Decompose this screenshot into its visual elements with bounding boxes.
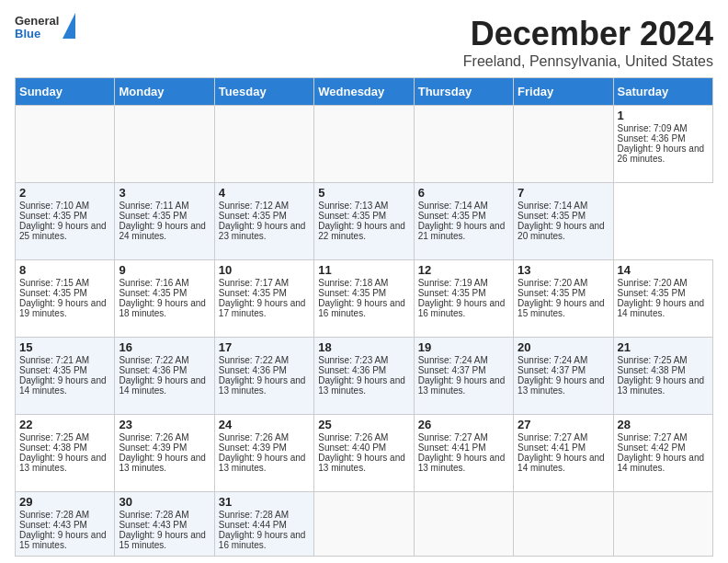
day-number: 28 [618, 418, 709, 431]
calendar-day-cell [314, 492, 414, 557]
calendar-day-cell: 23 Sunrise: 7:26 AM Sunset: 4:39 PM Dayl… [115, 415, 214, 492]
day-number: 17 [219, 340, 310, 354]
day-header-wednesday: Wednesday [314, 78, 414, 106]
daylight-text: Daylight: 9 hours and 22 minutes. [318, 221, 405, 241]
sunrise-text: Sunrise: 7:27 AM [618, 432, 688, 442]
days-header-row: SundayMondayTuesdayWednesdayThursdayFrid… [16, 78, 713, 106]
calendar-day-cell [414, 492, 513, 557]
sunset-text: Sunset: 4:35 PM [318, 288, 386, 298]
sunrise-text: Sunrise: 7:24 AM [418, 355, 488, 365]
day-number: 22 [19, 418, 110, 431]
logo-general: General [15, 15, 59, 28]
logo-blue: Blue [15, 28, 59, 40]
sunrise-text: Sunrise: 7:15 AM [19, 278, 89, 288]
day-number: 30 [119, 495, 210, 509]
daylight-text: Daylight: 9 hours and 15 minutes. [518, 298, 605, 318]
sunset-text: Sunset: 4:41 PM [518, 442, 586, 453]
daylight-text: Daylight: 9 hours and 24 minutes. [119, 221, 206, 241]
sunset-text: Sunset: 4:44 PM [219, 520, 287, 530]
calendar-day-cell: 25 Sunrise: 7:26 AM Sunset: 4:40 PM Dayl… [314, 415, 414, 492]
sunset-text: Sunset: 4:38 PM [618, 365, 686, 375]
sunrise-text: Sunrise: 7:25 AM [19, 432, 89, 442]
sunset-text: Sunset: 4:35 PM [19, 365, 87, 375]
location-subtitle: Freeland, Pennsylvania, United States [463, 53, 713, 70]
calendar-day-cell: 24 Sunrise: 7:26 AM Sunset: 4:39 PM Dayl… [214, 415, 313, 492]
sunset-text: Sunset: 4:35 PM [418, 288, 486, 298]
day-number: 19 [418, 340, 509, 354]
sunrise-text: Sunrise: 7:14 AM [518, 201, 587, 211]
day-header-tuesday: Tuesday [214, 78, 313, 106]
calendar-day-cell [613, 492, 712, 557]
calendar-day-cell: 11 Sunrise: 7:18 AM Sunset: 4:35 PM Dayl… [314, 260, 414, 338]
empty-cell [414, 106, 513, 183]
day-number: 14 [618, 263, 709, 277]
calendar-day-cell: 22 Sunrise: 7:25 AM Sunset: 4:38 PM Dayl… [16, 415, 115, 492]
calendar-week-row: 1 Sunrise: 7:09 AM Sunset: 4:36 PM Dayli… [16, 106, 713, 183]
calendar-day-cell: 31 Sunrise: 7:28 AM Sunset: 4:44 PM Dayl… [214, 492, 313, 557]
daylight-text: Daylight: 9 hours and 23 minutes. [219, 221, 306, 241]
sunset-text: Sunset: 4:39 PM [119, 442, 187, 453]
calendar-day-cell: 21 Sunrise: 7:25 AM Sunset: 4:38 PM Dayl… [613, 338, 712, 415]
calendar-day-cell: 13 Sunrise: 7:20 AM Sunset: 4:35 PM Dayl… [514, 260, 613, 338]
sunrise-text: Sunrise: 7:12 AM [219, 201, 289, 211]
month-title: December 2024 [463, 15, 713, 53]
sunset-text: Sunset: 4:43 PM [119, 520, 187, 530]
calendar-week-row: 29 Sunrise: 7:28 AM Sunset: 4:43 PM Dayl… [16, 492, 713, 557]
sunset-text: Sunset: 4:35 PM [219, 211, 287, 221]
calendar-week-row: 2 Sunrise: 7:10 AM Sunset: 4:35 PM Dayli… [16, 183, 713, 260]
daylight-text: Daylight: 9 hours and 13 minutes. [618, 375, 705, 396]
daylight-text: Daylight: 9 hours and 14 minutes. [618, 298, 705, 318]
day-number: 2 [19, 186, 110, 200]
day-number: 23 [119, 418, 210, 431]
daylight-text: Daylight: 9 hours and 13 minutes. [219, 375, 306, 396]
daylight-text: Daylight: 9 hours and 18 minutes. [119, 298, 206, 318]
calendar-day-cell: 17 Sunrise: 7:22 AM Sunset: 4:36 PM Dayl… [214, 338, 313, 415]
sunrise-text: Sunrise: 7:26 AM [219, 432, 289, 442]
day-number: 16 [119, 340, 210, 354]
day-header-saturday: Saturday [613, 78, 712, 106]
day-number: 3 [119, 186, 210, 200]
sunset-text: Sunset: 4:36 PM [219, 365, 287, 375]
sunrise-text: Sunrise: 7:21 AM [19, 355, 89, 365]
logo: General Blue [15, 15, 75, 41]
sunrise-text: Sunrise: 7:11 AM [119, 201, 188, 211]
sunrise-text: Sunrise: 7:23 AM [318, 355, 388, 365]
daylight-text: Daylight: 9 hours and 25 minutes. [19, 221, 107, 241]
calendar-day-cell: 5 Sunrise: 7:13 AM Sunset: 4:35 PM Dayli… [314, 183, 414, 260]
calendar-day-cell: 10 Sunrise: 7:17 AM Sunset: 4:35 PM Dayl… [214, 260, 313, 338]
sunset-text: Sunset: 4:36 PM [618, 133, 686, 144]
sunset-text: Sunset: 4:35 PM [618, 288, 686, 298]
day-number: 7 [518, 186, 609, 200]
day-number: 12 [418, 263, 509, 277]
calendar-day-cell: 15 Sunrise: 7:21 AM Sunset: 4:35 PM Dayl… [16, 338, 115, 415]
day-number: 10 [219, 263, 310, 277]
sunrise-text: Sunrise: 7:14 AM [418, 201, 488, 211]
calendar-day-cell: 1 Sunrise: 7:09 AM Sunset: 4:36 PM Dayli… [613, 106, 712, 183]
calendar-table: SundayMondayTuesdayWednesdayThursdayFrid… [15, 77, 713, 557]
sunset-text: Sunset: 4:36 PM [318, 365, 386, 375]
calendar-day-cell: 14 Sunrise: 7:20 AM Sunset: 4:35 PM Dayl… [613, 260, 712, 338]
daylight-text: Daylight: 9 hours and 13 minutes. [119, 453, 206, 473]
calendar-day-cell: 26 Sunrise: 7:27 AM Sunset: 4:41 PM Dayl… [414, 415, 513, 492]
sunset-text: Sunset: 4:35 PM [19, 211, 87, 221]
sunset-text: Sunset: 4:40 PM [318, 442, 386, 453]
daylight-text: Daylight: 9 hours and 13 minutes. [418, 375, 506, 396]
sunrise-text: Sunrise: 7:28 AM [219, 510, 289, 520]
day-number: 5 [318, 186, 409, 200]
empty-cell [514, 106, 613, 183]
sunset-text: Sunset: 4:35 PM [219, 288, 287, 298]
daylight-text: Daylight: 9 hours and 13 minutes. [19, 453, 107, 473]
calendar-day-cell: 2 Sunrise: 7:10 AM Sunset: 4:35 PM Dayli… [16, 183, 115, 260]
calendar-day-cell [514, 492, 613, 557]
calendar-day-cell: 16 Sunrise: 7:22 AM Sunset: 4:36 PM Dayl… [115, 338, 214, 415]
logo-text: General Blue [15, 15, 59, 41]
sunset-text: Sunset: 4:42 PM [618, 442, 686, 453]
day-number: 21 [618, 340, 709, 354]
day-number: 25 [318, 418, 409, 431]
sunrise-text: Sunrise: 7:18 AM [318, 278, 388, 288]
daylight-text: Daylight: 9 hours and 13 minutes. [219, 453, 306, 473]
sunset-text: Sunset: 4:37 PM [518, 365, 586, 375]
calendar-day-cell: 3 Sunrise: 7:11 AM Sunset: 4:35 PM Dayli… [115, 183, 214, 260]
daylight-text: Daylight: 9 hours and 16 minutes. [219, 530, 306, 550]
sunrise-text: Sunrise: 7:20 AM [618, 278, 688, 288]
